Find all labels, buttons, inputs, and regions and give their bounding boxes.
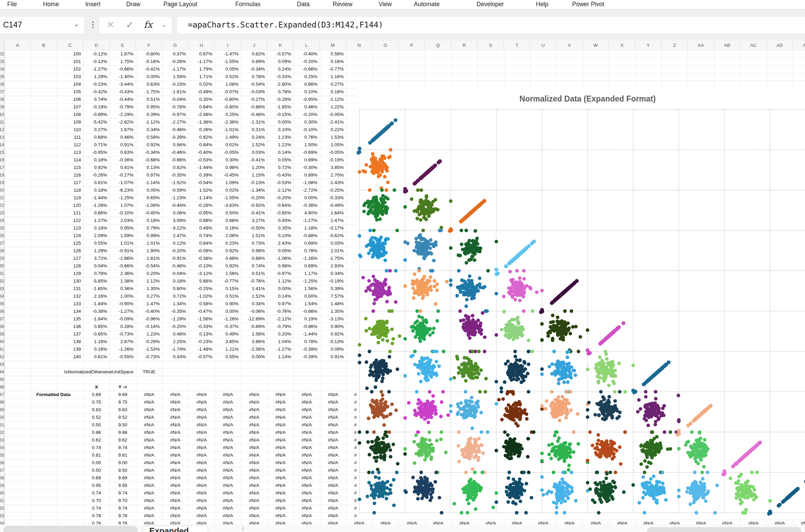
grid-cell[interactable]: -0.13% bbox=[320, 338, 346, 345]
grid-cell[interactable]: 9.95 bbox=[110, 482, 136, 489]
na-cell[interactable]: #N/A bbox=[189, 429, 215, 436]
grid-cell[interactable]: -0.25% bbox=[189, 285, 215, 292]
na-cell[interactable]: #N/A bbox=[241, 451, 267, 459]
grid-cell[interactable]: 0.58% bbox=[189, 300, 215, 308]
na-cell[interactable]: #N/A bbox=[189, 451, 215, 459]
grid-cell[interactable]: 1.23% bbox=[267, 134, 293, 141]
grid-cell[interactable]: 0.81% bbox=[83, 353, 109, 361]
grid-cell[interactable]: -0.97% bbox=[267, 270, 293, 277]
grid-cell-c115[interactable]: 113 bbox=[57, 149, 83, 156]
grid-cell-c110[interactable]: 108 bbox=[57, 111, 83, 118]
na-cell[interactable]: #N/A bbox=[267, 512, 293, 520]
na-cell[interactable]: #N/A bbox=[293, 451, 320, 459]
grid-cell[interactable]: -0.33% bbox=[267, 73, 293, 81]
grid-cell[interactable]: -0.66% bbox=[293, 65, 320, 73]
grid-cell[interactable]: 0.92% bbox=[215, 247, 241, 255]
row-header-116[interactable]: 116 bbox=[0, 156, 4, 164]
na-cell[interactable]: #N/A bbox=[241, 489, 267, 497]
grid-cell[interactable]: -3.22% bbox=[162, 224, 188, 232]
na-cell[interactable]: #N/A bbox=[320, 459, 346, 467]
column-header-M[interactable]: M bbox=[320, 41, 346, 50]
row-header-157[interactable]: 157 bbox=[0, 467, 4, 474]
na-cell[interactable]: #N/A bbox=[293, 391, 320, 398]
row-header-107[interactable]: 107 bbox=[0, 88, 4, 96]
row-header-110[interactable]: 110 bbox=[0, 111, 4, 118]
grid-cell[interactable]: -0.44% bbox=[162, 202, 188, 209]
grid-cell[interactable]: -0.26% bbox=[83, 171, 109, 179]
na-cell[interactable]: #N/A bbox=[293, 429, 320, 436]
na-cell[interactable]: #N/A bbox=[215, 391, 241, 398]
grid-cell[interactable]: -0.37% bbox=[215, 323, 241, 330]
na-cell[interactable]: #N/A bbox=[267, 467, 293, 474]
meta-value-cell[interactable]: TRUE bbox=[136, 368, 162, 376]
grid-cell[interactable]: 2.06% bbox=[215, 232, 241, 240]
grid-cell[interactable]: -0.05% bbox=[320, 149, 346, 156]
grid-cell[interactable]: 0.87% bbox=[189, 50, 215, 58]
na-cell[interactable]: #N/A bbox=[162, 421, 188, 429]
grid-cell[interactable]: 0.24% bbox=[267, 65, 293, 73]
grid-cell[interactable]: 0.43% bbox=[162, 353, 188, 361]
na-cell[interactable]: #N/A bbox=[162, 459, 188, 467]
grid-cell[interactable]: -2.46% bbox=[189, 111, 215, 118]
na-cell[interactable]: #N/A bbox=[189, 467, 215, 474]
grid-cell[interactable]: 1.12% bbox=[267, 277, 293, 285]
grid-cell-c117[interactable]: 115 bbox=[57, 164, 83, 171]
grid-cell[interactable]: 0.27% bbox=[136, 292, 162, 300]
na-cell[interactable]: #N/A bbox=[215, 436, 241, 444]
grid-cell[interactable]: 0.02% bbox=[215, 187, 241, 194]
grid-cell[interactable]: 0.05% bbox=[215, 65, 241, 73]
na-cell[interactable]: #N/A bbox=[241, 512, 267, 520]
grid-cell[interactable]: -0.17% bbox=[320, 224, 346, 232]
grid-cell[interactable]: 0.97% bbox=[267, 300, 293, 308]
grid-cell-c126[interactable]: 124 bbox=[57, 232, 83, 240]
grid-cell[interactable]: -2.12% bbox=[267, 315, 293, 323]
na-cell[interactable]: #N/A bbox=[241, 398, 267, 406]
grid-cell[interactable]: 0.45% bbox=[267, 217, 293, 224]
grid-cell[interactable]: 0.63% bbox=[136, 81, 162, 88]
grid-cell[interactable]: 0.39% bbox=[136, 111, 162, 118]
grid-cell[interactable]: 0.50 bbox=[83, 467, 109, 474]
grid-cell[interactable]: 0.05% bbox=[136, 187, 162, 194]
na-cell[interactable]: #N/A bbox=[241, 421, 267, 429]
grid-cell-c106[interactable]: 104 bbox=[57, 81, 83, 88]
grid-cell[interactable]: 0.20% bbox=[136, 270, 162, 277]
na-cell[interactable]: #N/A bbox=[267, 429, 293, 436]
grid-cell[interactable]: -0.88% bbox=[293, 232, 320, 240]
grid-cell[interactable]: -0.05% bbox=[320, 111, 346, 118]
grid-cell[interactable]: 1.01% bbox=[110, 240, 136, 247]
grid-cell[interactable]: -0.19% bbox=[320, 277, 346, 285]
grid-cell[interactable]: 0.79% bbox=[136, 224, 162, 232]
grid-cell[interactable]: -0.43% bbox=[110, 88, 136, 96]
grid-cell[interactable]: -0.10% bbox=[189, 262, 215, 270]
grid-cell[interactable]: -0.88% bbox=[241, 103, 267, 111]
formula-bar-expand-chevron-icon[interactable]: ⌄ bbox=[161, 21, 167, 29]
na-cell[interactable]: #N/A bbox=[320, 467, 346, 474]
grid-cell[interactable]: 0.74% bbox=[189, 232, 215, 240]
menu-tab-file[interactable]: File bbox=[7, 0, 17, 9]
grid-cell-c108[interactable]: 106 bbox=[57, 96, 83, 103]
grid-cell[interactable]: 9.62 bbox=[110, 436, 136, 444]
grid-cell-c102[interactable]: 100 bbox=[57, 50, 83, 58]
grid-cell[interactable]: 3.72% bbox=[83, 255, 109, 262]
grid-cell[interactable]: 0.18% bbox=[83, 224, 109, 232]
row-header-133[interactable]: 133 bbox=[0, 285, 4, 292]
grid-cell[interactable]: 0.00 bbox=[83, 459, 109, 467]
grid-cell[interactable]: 0.50% bbox=[215, 209, 241, 217]
grid-cell[interactable]: 0.14% bbox=[267, 149, 293, 156]
grid-cell[interactable]: -1.75% bbox=[136, 88, 162, 96]
na-cell[interactable]: #N/A bbox=[215, 451, 241, 459]
row-header-147[interactable]: 147 bbox=[0, 391, 4, 398]
grid-cell[interactable]: -0.06% bbox=[241, 308, 267, 315]
row-header-136[interactable]: 136 bbox=[0, 308, 4, 315]
column-header-F[interactable]: F bbox=[136, 41, 162, 50]
na-cell[interactable]: #N/A bbox=[241, 436, 267, 444]
grid-cell[interactable]: 0.62 bbox=[83, 436, 109, 444]
row-header-163[interactable]: 163 bbox=[0, 512, 4, 520]
grid-cell[interactable]: -1.12% bbox=[136, 118, 162, 126]
grid-cell[interactable]: -1.14% bbox=[189, 194, 215, 202]
grid-cell[interactable]: -1.75% bbox=[320, 255, 346, 262]
row-header-132[interactable]: 132 bbox=[0, 277, 4, 285]
grid-cell[interactable]: -0.35% bbox=[162, 308, 188, 315]
na-cell[interactable]: #N/A bbox=[136, 482, 162, 489]
grid-cell-c103[interactable]: 101 bbox=[57, 58, 83, 65]
